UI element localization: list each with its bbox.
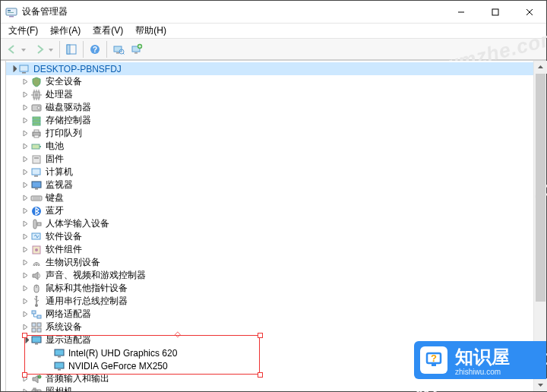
tree-category-computer[interactable]: 计算机: [6, 166, 533, 179]
tree-category-storage[interactable]: 存储控制器: [6, 114, 533, 127]
tree-category-monitor[interactable]: 监视器: [6, 179, 533, 191]
svg-rect-44: [34, 157, 39, 159]
svg-rect-0: [6, 8, 17, 15]
menu-file[interactable]: 文件(F): [2, 24, 44, 38]
scroll-track[interactable]: [534, 74, 547, 378]
tree-category-usb[interactable]: 通用串行总线控制器: [6, 295, 533, 308]
menubar: 文件(F) 操作(A) 查看(V) 帮助(H): [1, 24, 546, 39]
expand-icon[interactable]: [20, 78, 30, 85]
highlight-handle: [22, 333, 27, 338]
expand-icon[interactable]: [20, 324, 30, 330]
menu-help[interactable]: 帮助(H): [129, 24, 172, 38]
highlight-marker: ◇: [175, 331, 181, 337]
tree-category-sound[interactable]: 声音、视频和游戏控制器: [6, 269, 533, 282]
tree-category-software[interactable]: 软件设备: [6, 230, 533, 243]
svg-rect-64: [37, 315, 41, 318]
tree-category-disk[interactable]: 磁盘驱动器: [6, 101, 533, 114]
tree-category-cpu[interactable]: 处理器: [6, 88, 533, 101]
expand-icon[interactable]: [20, 169, 30, 175]
mouse-icon: [30, 283, 43, 295]
svg-point-34: [37, 106, 40, 109]
expand-icon[interactable]: [20, 143, 30, 150]
svg-rect-66: [37, 323, 41, 327]
firmware-icon: [30, 153, 43, 166]
tree-category-biometric[interactable]: 生物识别设备: [6, 256, 533, 269]
close-button[interactable]: [512, 1, 546, 24]
svg-point-58: [36, 264, 37, 266]
tree-category-mouse[interactable]: 鼠标和其他指针设备: [6, 282, 533, 295]
minimize-button[interactable]: [444, 1, 478, 24]
tree-category-system[interactable]: 系统设备: [6, 321, 533, 334]
svg-rect-3: [9, 16, 14, 17]
collapse-icon[interactable]: [8, 65, 18, 72]
tree-node-label: 处理器: [46, 88, 73, 101]
tree-category-bluetooth[interactable]: 蓝牙: [6, 204, 533, 217]
expand-icon[interactable]: [20, 259, 30, 266]
display-icon: [30, 334, 43, 346]
maximize-button[interactable]: [478, 1, 512, 24]
svg-rect-21: [20, 65, 28, 71]
svg-rect-70: [35, 343, 38, 345]
svg-point-77: [35, 390, 39, 392]
help-button[interactable]: ?: [87, 41, 103, 58]
forward-button[interactable]: [30, 41, 56, 58]
expand-icon[interactable]: [20, 117, 30, 124]
svg-text:?: ?: [431, 352, 437, 364]
expand-icon[interactable]: [20, 207, 30, 214]
app-icon: [5, 6, 17, 18]
expand-icon[interactable]: [20, 272, 30, 279]
tree-category-battery[interactable]: 电池: [6, 140, 533, 153]
expand-icon[interactable]: [20, 104, 30, 111]
expand-icon[interactable]: [20, 182, 30, 188]
svg-rect-46: [34, 175, 38, 177]
tree-category-camera[interactable]: 照相机: [6, 385, 533, 391]
expand-icon[interactable]: [20, 130, 30, 137]
menu-view[interactable]: 查看(V): [87, 24, 129, 38]
tree-category-network[interactable]: 网络适配器: [6, 308, 533, 321]
expand-icon[interactable]: [20, 194, 30, 201]
svg-point-61: [35, 304, 38, 307]
tree-root[interactable]: DESKTOP-PBNSFDJ: [6, 62, 533, 75]
tree-node-label: 计算机: [46, 166, 73, 179]
tree-category-printer[interactable]: 打印队列: [6, 127, 533, 140]
scroll-thumb[interactable]: [536, 74, 545, 302]
expand-icon[interactable]: [20, 156, 30, 163]
back-button[interactable]: [3, 41, 29, 58]
tree-category-component[interactable]: 软件组件: [6, 243, 533, 256]
tree-node-label: 蓝牙: [46, 204, 64, 217]
scroll-down-button[interactable]: [534, 378, 547, 391]
display-icon: [53, 347, 65, 359]
scroll-up-button[interactable]: [534, 61, 547, 74]
scan-hardware-button[interactable]: [110, 41, 127, 58]
menu-action[interactable]: 操作(A): [44, 24, 87, 38]
expand-icon[interactable]: [20, 233, 30, 240]
svg-rect-5: [492, 9, 498, 15]
tree-category-hid[interactable]: 人体学输入设备: [6, 217, 533, 230]
tree-node-label: 软件组件: [46, 243, 82, 256]
expand-icon[interactable]: [20, 246, 30, 253]
tree-category-firmware[interactable]: 固件: [6, 153, 533, 166]
svg-rect-41: [32, 144, 40, 149]
svg-point-75: [38, 375, 41, 378]
expand-icon[interactable]: [20, 285, 30, 292]
expand-icon[interactable]: [20, 311, 30, 318]
expand-icon[interactable]: [20, 91, 30, 98]
bluetooth-icon: [30, 205, 43, 217]
expand-icon[interactable]: [20, 298, 30, 305]
add-hardware-button[interactable]: [128, 41, 145, 58]
tree-node-label: 存储控制器: [46, 114, 91, 127]
tree-category-security[interactable]: 安全设备: [6, 75, 533, 88]
expand-icon[interactable]: [20, 220, 30, 227]
tree-node-label: NVIDIA GeForce MX250: [68, 361, 168, 371]
svg-rect-48: [35, 188, 38, 190]
svg-rect-12: [114, 46, 122, 52]
svg-rect-47: [32, 182, 41, 188]
expand-icon[interactable]: [20, 388, 30, 391]
svg-rect-35: [33, 117, 40, 119]
window-title: 设备管理器: [22, 5, 68, 18]
tree-category-keyboard[interactable]: 键盘: [6, 191, 533, 204]
show-console-tree-button[interactable]: [63, 41, 80, 58]
svg-rect-43: [33, 156, 40, 163]
svg-rect-53: [33, 220, 36, 229]
svg-rect-80: [432, 364, 436, 366]
